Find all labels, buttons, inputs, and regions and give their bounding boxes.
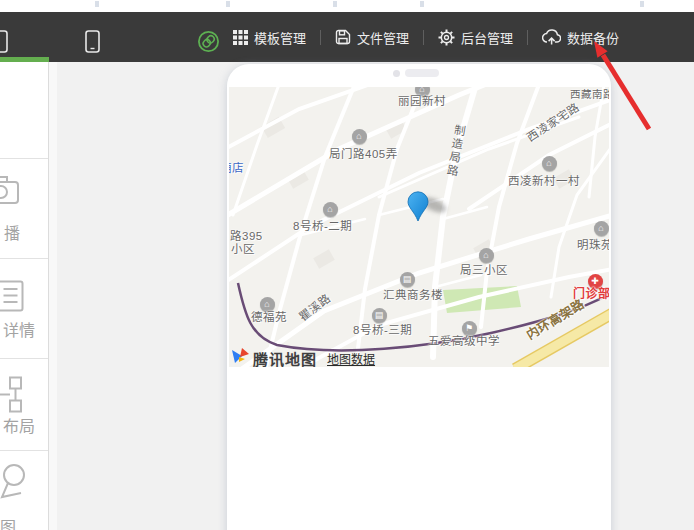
menu-separator [423, 30, 424, 45]
cloud-upload-icon [542, 29, 561, 45]
map-label: 明珠苑 [577, 236, 609, 252]
map-provider-name[interactable]: 腾讯地图 [253, 348, 317, 368]
sidebar-item-map[interactable]: 图 [0, 450, 48, 530]
house-poi-icon: ⌂ [323, 202, 338, 217]
map-label: 8号桥-二期 [293, 217, 352, 233]
link-icon[interactable] [197, 30, 220, 57]
menu-separator [527, 30, 528, 45]
sidebar-item-label: 播 [4, 220, 20, 244]
menu-template-manage[interactable]: 模板管理 [233, 28, 306, 47]
workspace: 丽园新村西藏南路局门路405弄酒店8号桥-二期制造局路西凌家宅路西凌新村一村明珠… [49, 62, 694, 530]
tablet-preview-icon[interactable] [0, 30, 8, 57]
sidebar-active-accent [0, 57, 49, 62]
toolbar-menu: 模板管理 文件管理 [233, 12, 619, 62]
phone-preview: 丽园新村西藏南路局门路405弄酒店8号桥-二期制造局路西凌家宅路西凌新村一村明珠… [227, 64, 611, 530]
sidebar-item-label: 图 [0, 514, 16, 530]
map-pin-outline-icon [0, 463, 30, 505]
menu-label: 文件管理 [357, 28, 409, 47]
grid-icon [233, 30, 248, 45]
phone-speaker-bar [405, 69, 439, 77]
workspace-strip [49, 62, 57, 530]
map-label: 局门路405弄 [329, 145, 398, 161]
sidebar-item-layout[interactable]: 布局 [0, 358, 48, 459]
map-label: 汇典商务楼 [383, 286, 443, 302]
map-label: 德福苑 [251, 308, 287, 324]
detail-doc-icon [0, 280, 24, 316]
bank-poi-icon: ▤ [400, 272, 415, 287]
map-data-link[interactable]: 地图数据 [327, 350, 375, 367]
map-label: 小区 [231, 240, 255, 256]
map-attribution: 腾讯地图 地图数据 [230, 346, 375, 367]
map-label: 局三小区 [460, 261, 508, 277]
screen: 模板管理 文件管理 [0, 0, 694, 530]
house-poi-icon: ⌂ [542, 156, 557, 171]
map-label: 酒店 [229, 159, 244, 175]
menu-label: 数据备份 [567, 28, 619, 47]
editor-toolbar: 模板管理 文件管理 [0, 12, 694, 62]
menu-label: 后台管理 [461, 28, 513, 47]
sidebar-item-label: 详情 [3, 317, 35, 341]
menu-label: 模板管理 [254, 28, 306, 47]
browser-strip [0, 0, 694, 12]
menu-separator [320, 30, 321, 45]
house-poi-icon: ⌂ [352, 129, 367, 144]
module-sidebar: 播 详情 [0, 62, 49, 530]
tencent-maps-logo-icon[interactable] [230, 346, 250, 367]
map-canvas[interactable]: 丽园新村西藏南路局门路405弄酒店8号桥-二期制造局路西凌家宅路西凌新村一村明珠… [229, 87, 609, 367]
map-label: 8号桥-三期 [353, 321, 412, 337]
map-label: 西凌新村一村 [508, 172, 580, 188]
gear-icon [438, 29, 455, 46]
save-icon [335, 29, 351, 45]
location-pin-marker[interactable] [407, 191, 429, 226]
phone-camera-dot [393, 70, 400, 77]
sidebar-item-carousel[interactable]: 播 [0, 158, 48, 259]
sidebar-item-label: 布局 [3, 413, 35, 437]
menu-file-manage[interactable]: 文件管理 [335, 28, 409, 47]
map-label: 丽园新村 [398, 92, 446, 108]
menu-backend-manage[interactable]: 后台管理 [438, 28, 513, 47]
map-label: 五爱高级中学 [428, 332, 500, 348]
house-poi-icon: ⌂ [594, 221, 609, 236]
sidebar-item-detail[interactable]: 详情 [0, 258, 48, 359]
layout-icon [0, 376, 24, 417]
phone-preview-icon[interactable] [85, 30, 100, 57]
map-label: 西藏南路 [570, 87, 609, 101]
menu-data-backup[interactable]: 数据备份 [542, 28, 619, 47]
carousel-icon [0, 175, 20, 209]
